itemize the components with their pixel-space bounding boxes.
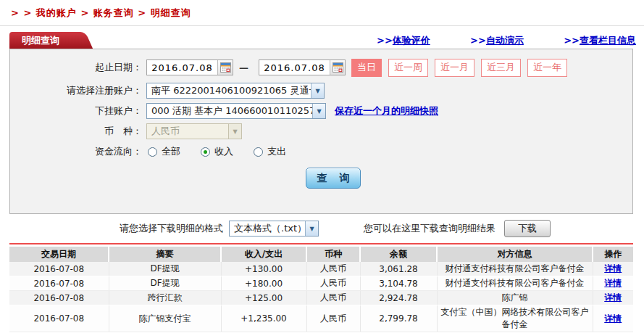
register-account-row: 请选择注册账户： 南平 6222001406100921065 灵通卡 ▼ [10, 82, 632, 99]
cell-summary: DF提现 [109, 262, 221, 276]
calendar-icon[interactable] [217, 60, 233, 75]
cell-currency: 人民币 [306, 276, 360, 291]
chevron-down-icon: ▼ [228, 124, 241, 139]
transactions-table: 交易日期 摘要 收入/支出 币种 余额 对方信息 操作 2016-07-08 D… [9, 247, 633, 332]
header-summary: 摘要 [109, 247, 221, 262]
flow-option-label: 收入 [214, 145, 233, 158]
download-format-label: 请您选择下载明细的格式 [120, 222, 223, 235]
calendar-icon[interactable] [330, 60, 345, 75]
flow-option-all[interactable]: 全部 [148, 145, 180, 158]
register-account-select[interactable]: 南平 6222001406100921065 灵通卡 ▼ [146, 83, 325, 99]
cell-date: 2016-07-08 [9, 262, 109, 276]
cell-summary: DF提现 [109, 276, 221, 291]
radio-checked-icon[interactable] [201, 147, 210, 157]
cell-counterparty: 财付通支付科技有限公司客户备付金 [437, 262, 593, 276]
header-counterparty: 对方信息 [437, 247, 593, 262]
breadcrumb-item-my-account[interactable]: 我的账户 [36, 7, 77, 18]
detail-link[interactable]: 详情 [604, 313, 622, 324]
sub-account-row: 下挂账户： 000 活期 基本户 1406600101102571848 ▼ 保… [10, 102, 632, 120]
table-row: 2016-07-08 DF提现 +180.00 人民币 3,104.78 财付通… [9, 276, 633, 291]
download-format-select[interactable]: 文本格式（.txt） ▼ [229, 221, 319, 237]
auto-demo-link[interactable]: >>自动演示 [470, 34, 524, 47]
link-label: 自动演示 [486, 35, 524, 46]
end-date-input[interactable] [259, 62, 330, 73]
quick-range-month-button[interactable]: 近一月 [435, 59, 474, 77]
quick-range-3months-button[interactable]: 近三月 [481, 59, 521, 77]
download-format-value: 文本格式（.txt） [230, 222, 305, 235]
download-button[interactable]: 下载 [504, 220, 551, 237]
register-account-label: 请选择注册账户： [10, 84, 142, 97]
date-range-dash: — [239, 62, 248, 73]
detail-link[interactable]: 详情 [604, 292, 622, 303]
header-date: 交易日期 [9, 247, 109, 262]
cell-date: 2016-07-08 [9, 305, 109, 332]
breadcrumb-separator: > [80, 7, 89, 18]
sub-account-value: 000 活期 基本户 1406600101102571848 [147, 104, 312, 118]
save-snapshot-link[interactable]: 保存近一个月的明细快照 [335, 104, 438, 118]
cell-counterparty: 陈广锦 [437, 291, 593, 305]
download-result-label: 您可以在这里下载查询明细结果 [364, 222, 495, 235]
cell-amount: +125.00 [221, 291, 306, 305]
page-title: 明细查询 [9, 32, 79, 49]
query-form-panel: 起止日期： — 当日 近一周 近一月 近三月 近一年 请选择注册账户： 南平 6… [9, 49, 633, 214]
sub-account-select[interactable]: 000 活期 基本户 1406600101102571848 ▼ [146, 103, 326, 119]
chevron-down-icon: ▼ [312, 104, 325, 118]
date-range-row: 起止日期： — 当日 近一周 近一月 近三月 近一年 [10, 59, 632, 76]
cell-currency: 人民币 [306, 291, 360, 305]
table-row: 2016-07-08 跨行汇款 +125.00 人民币 2,924.78 陈广锦… [9, 291, 633, 305]
top-links: >>体验评价 >>自动演示 >>查看栏目信息 [377, 34, 636, 47]
flow-option-label: 支出 [267, 145, 286, 158]
table-top-divider [9, 243, 633, 244]
breadcrumb-separator: > [138, 7, 146, 18]
breadcrumb-item-account-query[interactable]: 账务查询 [93, 7, 134, 18]
cell-balance: 2,924.78 [360, 291, 437, 305]
currency-select: 人民币 ▼ [146, 123, 242, 139]
quick-range-year-button[interactable]: 近一年 [527, 59, 567, 77]
cell-amount: +180.00 [221, 276, 306, 291]
date-range-label: 起止日期： [10, 61, 142, 74]
experience-rating-link[interactable]: >>体验评价 [377, 34, 430, 47]
fund-flow-options: 全部 收入 支出 [148, 145, 306, 158]
link-label: 查看栏目信息 [580, 35, 636, 46]
query-button[interactable]: 查 询 [306, 168, 361, 189]
column-info-link[interactable]: >>查看栏目信息 [564, 34, 636, 47]
cell-balance: 2,799.78 [360, 305, 437, 332]
flow-option-label: 全部 [162, 145, 180, 158]
radio-icon[interactable] [148, 147, 157, 157]
header-divider [0, 25, 644, 26]
detail-link[interactable]: 详情 [604, 263, 622, 274]
link-arrows: >> [470, 35, 486, 46]
cell-counterparty: 支付宝（中国）网络技术有限公司客户备付金 [437, 305, 593, 332]
detail-link[interactable]: 详情 [604, 278, 622, 288]
radio-icon[interactable] [254, 147, 263, 157]
currency-value: 人民币 [147, 125, 228, 138]
tab-detail-query[interactable]: 明细查询 [9, 32, 79, 49]
flow-option-income[interactable]: 收入 [201, 145, 233, 158]
currency-row: 币 种： 人民币 ▼ [10, 123, 632, 140]
link-arrows: >> [564, 35, 580, 46]
cell-counterparty: 财付通支付科技有限公司客户备付金 [437, 276, 593, 291]
register-account-value: 南平 6222001406100921065 灵通卡 [147, 84, 311, 97]
breadcrumb-item-detail-query[interactable]: 明细查询 [151, 7, 191, 18]
breadcrumb-prefix: > > [11, 7, 32, 18]
chevron-down-icon: ▼ [305, 221, 318, 236]
cell-balance: 3,104.78 [360, 276, 437, 291]
chevron-down-icon: ▼ [311, 83, 324, 98]
cell-summary: 陈广锦支付宝 [109, 305, 221, 332]
fund-flow-label: 资金流向： [10, 145, 142, 158]
link-label: 体验评价 [393, 35, 430, 46]
header-currency: 币种 [306, 247, 360, 262]
currency-label: 币 种： [10, 125, 142, 138]
sub-account-label: 下挂账户： [10, 104, 142, 118]
start-date-input[interactable] [147, 62, 217, 73]
cell-date: 2016-07-08 [9, 291, 109, 305]
table-header-row: 交易日期 摘要 收入/支出 币种 余额 对方信息 操作 [9, 247, 633, 262]
breadcrumb: > > 我的账户 > 账务查询 > 明细查询 [11, 7, 191, 20]
header-amount: 收入/支出 [221, 247, 306, 262]
quick-range-week-button[interactable]: 近一周 [388, 59, 428, 77]
link-arrows: >> [377, 35, 393, 46]
cell-balance: 3,061.28 [360, 262, 437, 276]
cell-currency: 人民币 [306, 305, 360, 332]
flow-option-expense[interactable]: 支出 [254, 145, 286, 158]
quick-range-today-button[interactable]: 当日 [351, 59, 382, 77]
